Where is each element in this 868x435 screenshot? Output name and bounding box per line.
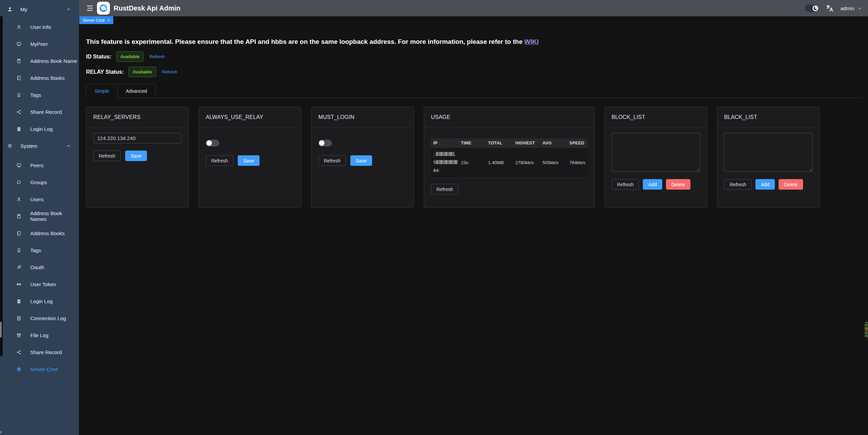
delete-button[interactable]: Delete <box>666 179 690 190</box>
save-button[interactable]: Save <box>125 151 147 161</box>
id-status-refresh-link[interactable]: Refresh <box>149 54 165 59</box>
sidebar-item-address-book-names[interactable]: Address Book Names <box>0 208 79 225</box>
monitor-icon <box>16 41 21 47</box>
chevron-down-icon <box>857 6 862 11</box>
tab-simple[interactable]: Simple <box>86 84 118 98</box>
tab-advanced[interactable]: Advanced <box>118 84 155 98</box>
ticket-icon <box>16 282 21 287</box>
refresh-button[interactable]: Refresh <box>431 184 458 194</box>
content: Server Cmd × This feature is experimenta… <box>79 16 868 435</box>
sidebar-item-tags-sys[interactable]: Tags <box>0 242 79 259</box>
sidebar-item-users[interactable]: Users <box>0 191 79 208</box>
sidebar-item-file-log[interactable]: File Log <box>0 327 79 344</box>
sidebar-item-groups[interactable]: Groups <box>0 174 79 191</box>
sidebar-section-label: System <box>20 143 66 149</box>
user-icon <box>16 24 21 30</box>
usage-table: IP TIME TOTAL HIGHEST AVG SPEED ::,564: … <box>431 138 587 178</box>
bookmark-icon <box>16 92 21 98</box>
share-icon <box>16 350 21 355</box>
id-status-label: ID Status: <box>86 54 112 60</box>
tab-label: Server Cmd <box>83 18 104 23</box>
sidebar-item-address-books-sys[interactable]: Address Books <box>0 225 79 242</box>
sidebar: My User Info MyPeer Address Book Name Ad… <box>0 0 79 435</box>
refresh-button[interactable]: Refresh <box>724 179 752 190</box>
sidebar-scrollbar-track <box>0 16 3 356</box>
close-icon[interactable]: × <box>107 18 110 22</box>
user-name: admin <box>840 5 854 11</box>
card-title: BLACK_LIST <box>717 107 819 128</box>
moon-icon <box>814 6 817 10</box>
sidebar-item-peers[interactable]: Peers <box>0 157 79 174</box>
usage-time-cell: 23s <box>458 160 486 165</box>
user-menu[interactable]: admin <box>840 5 862 11</box>
add-button[interactable]: Add <box>643 179 662 190</box>
cards-row: RELAY_SERVERS Refresh Save ALWAYS_USE_RE… <box>86 107 861 208</box>
always-use-relay-toggle[interactable] <box>206 140 219 146</box>
black-list-textarea[interactable] <box>724 133 813 172</box>
menu-fold-icon[interactable] <box>86 4 94 12</box>
sidebar-item-address-books[interactable]: Address Books <box>0 69 79 86</box>
table-row: ::,564: 23s 1.40MB 2780kb/s 505kb/s 764k… <box>431 148 587 178</box>
notebook-icon <box>16 231 21 236</box>
sidebar-item-user-info[interactable]: User Info <box>0 18 79 35</box>
tab-server-cmd[interactable]: Server Cmd × <box>79 16 113 24</box>
book-icon <box>16 58 21 64</box>
sidebar-item-share-record[interactable]: Share Record <box>0 103 79 120</box>
refresh-button[interactable]: Refresh <box>206 155 233 166</box>
must-login-toggle[interactable] <box>318 140 332 146</box>
document-icon <box>16 316 21 321</box>
refresh-button[interactable]: Refresh <box>612 179 639 190</box>
sidebar-item-address-book-name[interactable]: Address Book Name <box>0 52 79 69</box>
redacted-text <box>436 160 458 164</box>
chat-icon <box>16 180 21 185</box>
relay-servers-card: RELAY_SERVERS Refresh Save <box>86 107 189 208</box>
save-button[interactable]: Save <box>238 155 260 166</box>
block-list-textarea[interactable] <box>612 133 700 172</box>
refresh-button[interactable]: Refresh <box>318 155 346 166</box>
book-icon <box>16 214 21 219</box>
id-status-row: ID Status: Available Refresh <box>86 51 861 62</box>
refresh-button[interactable]: Refresh <box>93 151 121 161</box>
sidebar-item-connection-log[interactable]: Connection Log <box>0 310 79 327</box>
app-title: RustDesk Api Admin <box>114 4 180 12</box>
sidebar-item-tags[interactable]: Tags <box>0 86 79 103</box>
rustdesk-logo <box>97 2 110 15</box>
sidebar-section-my[interactable]: My <box>0 0 79 18</box>
corner-artifact <box>0 431 2 433</box>
mode-tabs: Simple Advanced <box>86 84 861 98</box>
notebook-icon <box>16 75 21 81</box>
chevron-up-icon <box>66 144 71 148</box>
edge-stats-widget[interactable] <box>865 322 868 337</box>
add-button[interactable]: Add <box>755 179 775 190</box>
relay-status-row: RELAY Status: Available Refresh <box>86 67 861 77</box>
sidebar-item-server-cmd[interactable]: Server Cmd <box>0 361 79 378</box>
must-login-card: MUST_LOGIN Refresh Save <box>311 107 414 208</box>
sidebar-item-login-log-sys[interactable]: Login Log <box>0 293 79 310</box>
delete-button[interactable]: Delete <box>779 179 803 190</box>
sidebar-scrollbar-thumb[interactable] <box>0 322 2 337</box>
user-icon <box>7 6 13 12</box>
paperclip-icon <box>16 265 21 270</box>
relay-status-badge: Available <box>129 67 156 77</box>
sidebar-item-mypeer[interactable]: MyPeer <box>0 35 79 52</box>
sidebar-section-system[interactable]: System <box>0 137 79 154</box>
bookmark-icon <box>16 248 21 253</box>
wiki-link[interactable]: WIKI <box>524 38 539 45</box>
gear-icon <box>16 367 21 372</box>
card-title: ALWAYS_USE_RELAY <box>199 107 301 128</box>
save-button[interactable]: Save <box>350 155 372 166</box>
gear-icon <box>7 143 13 149</box>
sidebar-item-share-record-sys[interactable]: Share Record <box>0 344 79 361</box>
sidebar-item-user-token[interactable]: User Token <box>0 276 79 293</box>
usage-highest-cell: 2780kb/s <box>513 160 540 165</box>
open-tabs-bar: Server Cmd × <box>79 16 868 24</box>
relay-status-refresh-link[interactable]: Refresh <box>162 69 178 74</box>
sidebar-item-oauth[interactable]: Oauth <box>0 259 79 276</box>
card-title: MUST_LOGIN <box>312 107 414 128</box>
id-status-badge: Available <box>116 51 144 62</box>
usage-speed-cell: 764kb/s <box>567 160 587 165</box>
translate-icon[interactable] <box>825 4 834 13</box>
sidebar-item-login-log[interactable]: Login Log <box>0 120 79 137</box>
relay-servers-input[interactable] <box>93 133 182 143</box>
dark-mode-toggle[interactable] <box>805 5 819 12</box>
